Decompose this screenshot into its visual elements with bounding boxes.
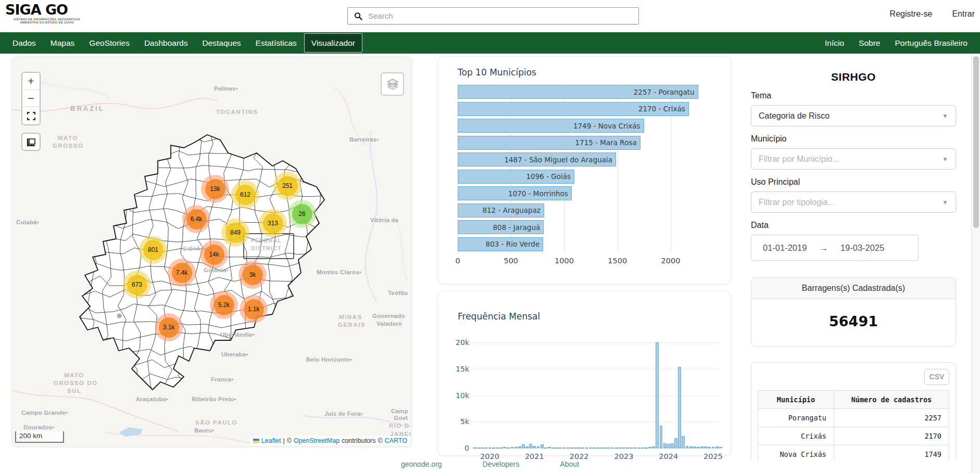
login-link[interactable]: Entrar xyxy=(952,9,975,19)
map-place-label: Montes Claros• xyxy=(317,269,361,275)
month-bar-2020-07 xyxy=(511,447,514,448)
y-axis-tick: 10k xyxy=(445,391,469,400)
nav-item-destaques[interactable]: Destaques xyxy=(195,33,248,53)
fullscreen-icon xyxy=(27,112,35,120)
frequency-bar-chart[interactable]: 05k10k15k20k202020212022202320242025 xyxy=(438,291,732,456)
col-municipio: Município xyxy=(758,391,834,409)
map-place-label: RIO D xyxy=(389,423,409,429)
main-navbar: DadosMapasGeoStoriesDashboardsDestaquesE… xyxy=(0,32,980,54)
nav-item-estatisticas[interactable]: Estatísticas xyxy=(248,33,304,53)
month-bar-2024-02 xyxy=(671,443,674,448)
nav-item-portugues-brasileiro[interactable]: Português Brasileiro xyxy=(887,33,975,53)
municipio-label: Município xyxy=(751,134,956,144)
siga-go-logo[interactable]: SIGA GO SISTEMA DE INFORMAÇÕES GEOGRÁFIC… xyxy=(5,2,89,24)
map-panel[interactable]: BRAZILPalmas•TOCANTINSBarreiras•MATOGROS… xyxy=(11,56,412,447)
map-cluster-14k[interactable]: 14k xyxy=(200,240,228,269)
map-place-label: MINAS xyxy=(339,314,362,320)
month-bar-2020-01 xyxy=(488,448,492,449)
search-input[interactable] xyxy=(367,11,638,21)
map-cluster-673[interactable]: 673 xyxy=(123,271,151,299)
cluster-count-label: 6.4k xyxy=(186,209,207,229)
page-scrollbar[interactable] xyxy=(971,54,980,473)
map-place-label: Palmas• xyxy=(214,85,238,92)
map-cluster-801[interactable]: 801 xyxy=(139,236,167,264)
uso-principal-select[interactable]: Filtrar por tipologia... ▼ xyxy=(751,191,956,213)
bar-morrinhos: 1070 - Morrinhos xyxy=(458,186,572,200)
month-bar-2023-11 xyxy=(660,426,663,448)
map-cluster-3k[interactable]: 3k xyxy=(238,261,267,289)
map-cluster-313[interactable]: 313 xyxy=(259,209,287,237)
scrollbar-thumb[interactable] xyxy=(973,56,979,228)
nav-item-dashboards[interactable]: Dashboards xyxy=(137,33,195,53)
map-cluster-3.1k[interactable]: 3.1k xyxy=(155,313,183,341)
uso-principal-label: Uso Principal xyxy=(751,177,956,187)
cluster-count-label: 673 xyxy=(127,275,147,295)
map-place-label: Juiz de Fora• xyxy=(324,411,363,417)
map-place-label: Cuiabá• xyxy=(16,219,39,225)
footer-link-geonode[interactable]: geonode.org xyxy=(401,460,442,473)
fullscreen-button[interactable] xyxy=(22,107,40,124)
footer-link-developers[interactable]: Developers xyxy=(483,460,520,473)
nav-item-mapas[interactable]: Mapas xyxy=(43,33,82,53)
map-cluster-849[interactable]: 849 xyxy=(221,219,249,247)
filters-sidebar: SIRHGO Tema Categoria de Risco ▼ Municíp… xyxy=(744,55,963,473)
month-bar-2022-10 xyxy=(611,448,614,449)
x-axis-tick: 2025 xyxy=(698,452,729,461)
zoom-out-button[interactable]: − xyxy=(22,90,40,107)
map-cluster-6.4k[interactable]: 6.4k xyxy=(182,205,210,233)
map-cluster-5.2k[interactable]: 5.2k xyxy=(210,291,238,319)
month-bar-2020-03 xyxy=(496,448,499,449)
leaflet-link[interactable]: Leaflet xyxy=(261,437,281,444)
measure-button[interactable] xyxy=(21,133,41,151)
footer-link-about[interactable]: About xyxy=(560,460,579,473)
register-link[interactable]: Registre-se xyxy=(890,9,933,19)
month-bar-2020-11 xyxy=(525,446,529,448)
map-place-label: Araçatuba• xyxy=(136,396,168,402)
date-range-picker[interactable]: 01-01-2019 → 19-03-2025 xyxy=(751,235,919,261)
nav-item-sobre[interactable]: Sobre xyxy=(851,33,887,53)
cluster-count-label: 801 xyxy=(143,240,164,260)
bar-crixas: 2170 - Crixás xyxy=(458,102,689,116)
cluster-count-label: 26 xyxy=(292,204,312,224)
month-bar-2024-04 xyxy=(678,367,681,448)
carto-link[interactable]: CARTO xyxy=(385,437,407,444)
month-bar-2022-06 xyxy=(596,448,599,449)
municipio-select-placeholder: Filtrar por Município... xyxy=(759,155,839,164)
map-cluster-251[interactable]: 251 xyxy=(273,172,301,200)
map-cluster-26[interactable]: 26 xyxy=(288,200,316,228)
map-cluster-13k[interactable]: 13k xyxy=(201,175,229,203)
cluster-count-label: 849 xyxy=(225,223,246,243)
x-axis-tick: 2021 xyxy=(519,452,550,461)
csv-export-button[interactable]: CSV xyxy=(924,369,949,385)
frequency-chart-card: Frequência Mensal 05k10k15k20k2020202120… xyxy=(437,291,731,456)
top10-bar-chart[interactable]: 05001000150020002257 - Porangatu2170 - C… xyxy=(458,84,721,271)
auth-links: Registre-se Entrar xyxy=(890,9,975,19)
date-start-field[interactable]: 01-01-2019 xyxy=(763,243,807,253)
map-cluster-7.4k[interactable]: 7.4k xyxy=(168,259,196,287)
openstreetmap-link[interactable]: OpenStreetMap xyxy=(294,437,340,444)
cluster-count-label: 14k xyxy=(204,245,224,265)
month-bar-2022-09 xyxy=(607,448,610,449)
month-bar-2022-05 xyxy=(593,448,596,449)
month-bar-2024-01 xyxy=(667,444,670,448)
uso-select-placeholder: Filtrar por tipologia... xyxy=(759,198,835,207)
nav-item-inicio[interactable]: Início xyxy=(818,33,851,53)
layers-button[interactable] xyxy=(381,72,404,96)
tema-select[interactable]: Categoria de Risco ▼ xyxy=(751,105,956,126)
map-place-label: BRAZIL xyxy=(70,105,105,112)
bar-mara-rosa: 1715 - Mara Rosa xyxy=(458,136,640,150)
municipio-select[interactable]: Filtrar por Município... ▼ xyxy=(751,148,956,170)
zoom-in-button[interactable]: + xyxy=(22,73,40,90)
y-axis-tick: 15k xyxy=(445,365,469,373)
cluster-count-label: 3.1k xyxy=(159,317,179,338)
map-place-label: Vitória da xyxy=(370,217,398,223)
nav-item-visualizador[interactable]: Visualizador xyxy=(304,33,362,53)
map-cluster-612[interactable]: 612 xyxy=(231,181,259,209)
map-cluster-1.1k[interactable]: 1.1k xyxy=(240,295,268,323)
search-bar[interactable] xyxy=(347,7,639,24)
month-bar-2022-08 xyxy=(604,448,607,449)
date-end-field[interactable]: 19-03-2025 xyxy=(840,243,884,253)
nav-item-dados[interactable]: Dados xyxy=(5,33,43,53)
nav-item-geostories[interactable]: GeoStories xyxy=(82,33,137,53)
y-axis-tick: 0 xyxy=(445,444,469,452)
